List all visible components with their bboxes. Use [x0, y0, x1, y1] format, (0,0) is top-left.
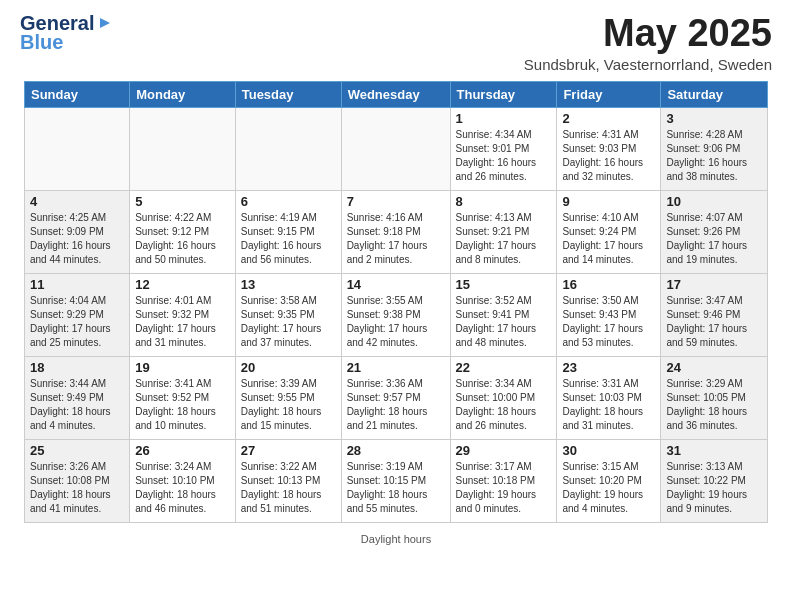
calendar-cell: 9Sunrise: 4:10 AM Sunset: 9:24 PM Daylig…	[557, 191, 661, 274]
day-info: Sunrise: 3:13 AM Sunset: 10:22 PM Daylig…	[666, 460, 762, 516]
day-number: 26	[135, 443, 230, 458]
calendar-cell: 12Sunrise: 4:01 AM Sunset: 9:32 PM Dayli…	[130, 274, 236, 357]
day-info: Sunrise: 3:34 AM Sunset: 10:00 PM Daylig…	[456, 377, 552, 433]
logo-text-blue: Blue	[20, 31, 63, 54]
day-info: Sunrise: 3:58 AM Sunset: 9:35 PM Dayligh…	[241, 294, 336, 350]
calendar-week-5: 25Sunrise: 3:26 AM Sunset: 10:08 PM Dayl…	[25, 440, 768, 523]
day-info: Sunrise: 4:13 AM Sunset: 9:21 PM Dayligh…	[456, 211, 552, 267]
day-number: 4	[30, 194, 124, 209]
calendar-cell: 10Sunrise: 4:07 AM Sunset: 9:26 PM Dayli…	[661, 191, 768, 274]
calendar-cell: 7Sunrise: 4:16 AM Sunset: 9:18 PM Daylig…	[341, 191, 450, 274]
calendar-cell	[130, 108, 236, 191]
page-container: General Blue May 2025 Sundsbruk, Vaester…	[0, 0, 792, 612]
calendar-cell: 17Sunrise: 3:47 AM Sunset: 9:46 PM Dayli…	[661, 274, 768, 357]
calendar-cell: 26Sunrise: 3:24 AM Sunset: 10:10 PM Dayl…	[130, 440, 236, 523]
day-info: Sunrise: 4:19 AM Sunset: 9:15 PM Dayligh…	[241, 211, 336, 267]
day-info: Sunrise: 4:34 AM Sunset: 9:01 PM Dayligh…	[456, 128, 552, 184]
calendar-cell	[25, 108, 130, 191]
day-info: Sunrise: 4:04 AM Sunset: 9:29 PM Dayligh…	[30, 294, 124, 350]
day-header-wednesday: Wednesday	[341, 82, 450, 108]
day-info: Sunrise: 4:22 AM Sunset: 9:12 PM Dayligh…	[135, 211, 230, 267]
main-title: May 2025	[524, 12, 772, 55]
day-info: Sunrise: 4:28 AM Sunset: 9:06 PM Dayligh…	[666, 128, 762, 184]
calendar-cell: 16Sunrise: 3:50 AM Sunset: 9:43 PM Dayli…	[557, 274, 661, 357]
day-number: 15	[456, 277, 552, 292]
day-info: Sunrise: 3:36 AM Sunset: 9:57 PM Dayligh…	[347, 377, 445, 433]
calendar-week-2: 4Sunrise: 4:25 AM Sunset: 9:09 PM Daylig…	[25, 191, 768, 274]
calendar-week-3: 11Sunrise: 4:04 AM Sunset: 9:29 PM Dayli…	[25, 274, 768, 357]
day-number: 11	[30, 277, 124, 292]
day-number: 21	[347, 360, 445, 375]
calendar-cell: 6Sunrise: 4:19 AM Sunset: 9:15 PM Daylig…	[235, 191, 341, 274]
calendar-cell: 14Sunrise: 3:55 AM Sunset: 9:38 PM Dayli…	[341, 274, 450, 357]
day-number: 22	[456, 360, 552, 375]
day-info: Sunrise: 3:29 AM Sunset: 10:05 PM Daylig…	[666, 377, 762, 433]
calendar-cell: 25Sunrise: 3:26 AM Sunset: 10:08 PM Dayl…	[25, 440, 130, 523]
day-number: 8	[456, 194, 552, 209]
day-number: 18	[30, 360, 124, 375]
daylight-legend: Daylight hours	[0, 533, 792, 545]
day-number: 27	[241, 443, 336, 458]
day-number: 6	[241, 194, 336, 209]
day-number: 17	[666, 277, 762, 292]
calendar-cell: 23Sunrise: 3:31 AM Sunset: 10:03 PM Dayl…	[557, 357, 661, 440]
calendar-cell: 18Sunrise: 3:44 AM Sunset: 9:49 PM Dayli…	[25, 357, 130, 440]
calendar-cell: 5Sunrise: 4:22 AM Sunset: 9:12 PM Daylig…	[130, 191, 236, 274]
day-info: Sunrise: 3:52 AM Sunset: 9:41 PM Dayligh…	[456, 294, 552, 350]
title-block: May 2025 Sundsbruk, Vaesternorrland, Swe…	[524, 12, 772, 73]
calendar-cell: 22Sunrise: 3:34 AM Sunset: 10:00 PM Dayl…	[450, 357, 557, 440]
day-info: Sunrise: 3:22 AM Sunset: 10:13 PM Daylig…	[241, 460, 336, 516]
day-number: 25	[30, 443, 124, 458]
calendar-cell: 1Sunrise: 4:34 AM Sunset: 9:01 PM Daylig…	[450, 108, 557, 191]
day-number: 7	[347, 194, 445, 209]
day-header-saturday: Saturday	[661, 82, 768, 108]
day-header-tuesday: Tuesday	[235, 82, 341, 108]
day-header-monday: Monday	[130, 82, 236, 108]
calendar-cell: 4Sunrise: 4:25 AM Sunset: 9:09 PM Daylig…	[25, 191, 130, 274]
day-info: Sunrise: 3:26 AM Sunset: 10:08 PM Daylig…	[30, 460, 124, 516]
subtitle: Sundsbruk, Vaesternorrland, Sweden	[524, 56, 772, 73]
day-info: Sunrise: 3:55 AM Sunset: 9:38 PM Dayligh…	[347, 294, 445, 350]
day-header-thursday: Thursday	[450, 82, 557, 108]
calendar-table: SundayMondayTuesdayWednesdayThursdayFrid…	[24, 81, 768, 523]
calendar-week-4: 18Sunrise: 3:44 AM Sunset: 9:49 PM Dayli…	[25, 357, 768, 440]
calendar-cell: 19Sunrise: 3:41 AM Sunset: 9:52 PM Dayli…	[130, 357, 236, 440]
calendar-cell: 2Sunrise: 4:31 AM Sunset: 9:03 PM Daylig…	[557, 108, 661, 191]
calendar-cell: 29Sunrise: 3:17 AM Sunset: 10:18 PM Dayl…	[450, 440, 557, 523]
calendar-cell: 15Sunrise: 3:52 AM Sunset: 9:41 PM Dayli…	[450, 274, 557, 357]
day-info: Sunrise: 3:19 AM Sunset: 10:15 PM Daylig…	[347, 460, 445, 516]
day-info: Sunrise: 4:31 AM Sunset: 9:03 PM Dayligh…	[562, 128, 655, 184]
calendar-cell: 30Sunrise: 3:15 AM Sunset: 10:20 PM Dayl…	[557, 440, 661, 523]
day-header-sunday: Sunday	[25, 82, 130, 108]
day-number: 3	[666, 111, 762, 126]
day-info: Sunrise: 4:01 AM Sunset: 9:32 PM Dayligh…	[135, 294, 230, 350]
day-number: 28	[347, 443, 445, 458]
day-info: Sunrise: 4:07 AM Sunset: 9:26 PM Dayligh…	[666, 211, 762, 267]
day-number: 29	[456, 443, 552, 458]
calendar-cell	[341, 108, 450, 191]
day-header-friday: Friday	[557, 82, 661, 108]
day-number: 9	[562, 194, 655, 209]
day-number: 30	[562, 443, 655, 458]
day-info: Sunrise: 4:10 AM Sunset: 9:24 PM Dayligh…	[562, 211, 655, 267]
day-number: 13	[241, 277, 336, 292]
calendar-cell: 28Sunrise: 3:19 AM Sunset: 10:15 PM Dayl…	[341, 440, 450, 523]
day-info: Sunrise: 3:41 AM Sunset: 9:52 PM Dayligh…	[135, 377, 230, 433]
logo: General Blue	[20, 12, 112, 54]
calendar-cell: 27Sunrise: 3:22 AM Sunset: 10:13 PM Dayl…	[235, 440, 341, 523]
day-info: Sunrise: 3:47 AM Sunset: 9:46 PM Dayligh…	[666, 294, 762, 350]
day-number: 5	[135, 194, 230, 209]
day-number: 31	[666, 443, 762, 458]
day-number: 10	[666, 194, 762, 209]
day-number: 1	[456, 111, 552, 126]
day-number: 16	[562, 277, 655, 292]
calendar-cell: 11Sunrise: 4:04 AM Sunset: 9:29 PM Dayli…	[25, 274, 130, 357]
calendar-cell: 21Sunrise: 3:36 AM Sunset: 9:57 PM Dayli…	[341, 357, 450, 440]
svg-marker-0	[100, 18, 110, 28]
calendar-cell: 3Sunrise: 4:28 AM Sunset: 9:06 PM Daylig…	[661, 108, 768, 191]
calendar-cell: 24Sunrise: 3:29 AM Sunset: 10:05 PM Dayl…	[661, 357, 768, 440]
calendar-header-row: SundayMondayTuesdayWednesdayThursdayFrid…	[25, 82, 768, 108]
calendar-cell: 31Sunrise: 3:13 AM Sunset: 10:22 PM Dayl…	[661, 440, 768, 523]
calendar-cell	[235, 108, 341, 191]
daylight-label: Daylight hours	[361, 533, 431, 545]
